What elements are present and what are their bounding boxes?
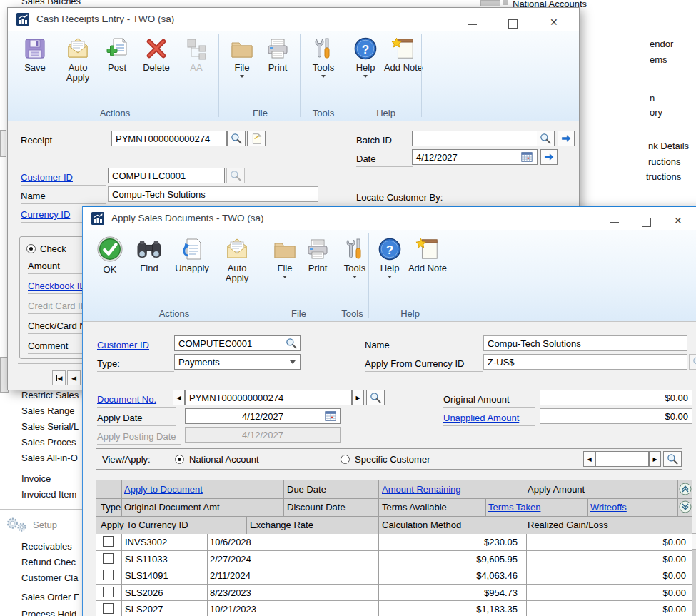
table-row[interactable]: SLS14091 2/11/2024 $4,063.46 $0.00 bbox=[96, 567, 692, 585]
customer-id-link[interactable]: Customer ID bbox=[21, 172, 73, 183]
bg-nav-right-4[interactable]: nk Details bbox=[648, 141, 689, 151]
doc-prev-button[interactable]: ◀ bbox=[173, 390, 185, 405]
bg-nav-right-5[interactable]: ructions bbox=[648, 156, 681, 167]
bg-nav-right-2[interactable]: n bbox=[650, 93, 655, 103]
bg-nav-right-3[interactable]: ory bbox=[650, 107, 662, 118]
apply-title-bar[interactable]: Apply Sales Documents - TWO (sa) ✕ bbox=[83, 207, 696, 230]
bg-setup-0[interactable]: Receivables bbox=[21, 541, 72, 552]
customer-filter-field[interactable] bbox=[595, 451, 649, 467]
file-menu-button[interactable]: File bbox=[224, 36, 260, 78]
auto-apply-button[interactable]: Auto Apply bbox=[58, 36, 98, 83]
doc-lookup-button[interactable] bbox=[366, 390, 385, 405]
add-note-button[interactable]: Add Note bbox=[383, 36, 423, 73]
table-scrollbar[interactable]: ∧ bbox=[692, 533, 696, 616]
row-checkbox[interactable] bbox=[103, 536, 114, 547]
print-button[interactable]: Print bbox=[259, 36, 296, 73]
tools-menu-button[interactable]: Tools bbox=[305, 36, 342, 78]
table-row[interactable]: INVS3002 10/6/2028 $230.05 $0.00 bbox=[96, 534, 692, 551]
specific-customer-radio[interactable] bbox=[341, 455, 350, 464]
customer-id-field[interactable]: COMPUTEC0001 bbox=[108, 168, 225, 183]
apply-to-document-sort-link[interactable]: Apply to Document bbox=[124, 484, 203, 495]
auto-apply-button[interactable]: Auto Apply bbox=[217, 237, 257, 283]
bg-setup-3[interactable]: Sales Order F bbox=[21, 592, 79, 602]
doc-next-button[interactable]: ▶ bbox=[352, 390, 364, 405]
bg-nav-left-1[interactable]: Sales Range bbox=[21, 405, 74, 416]
receipt-lookup-button[interactable] bbox=[227, 131, 246, 146]
maximize-button[interactable] bbox=[508, 19, 518, 29]
date-field[interactable]: 4/12/2027 bbox=[412, 149, 538, 165]
close-button[interactable]: ✕ bbox=[550, 17, 558, 27]
checkbook-id-link[interactable]: Checkbook ID bbox=[28, 281, 86, 291]
apply-date-calendar-button[interactable] bbox=[324, 410, 337, 423]
receipt-note-button[interactable] bbox=[247, 131, 266, 146]
help-menu-button[interactable]: Help bbox=[373, 237, 407, 278]
expand-rows-icon[interactable] bbox=[679, 483, 692, 495]
apply-customer-id-link[interactable]: Customer ID bbox=[97, 340, 149, 350]
row-checkbox[interactable] bbox=[103, 553, 114, 564]
apply-type-dropdown[interactable]: Payments bbox=[174, 354, 301, 370]
specific-customer-radio-row[interactable]: Specific Customer bbox=[341, 454, 430, 465]
minimize-button[interactable] bbox=[468, 24, 477, 25]
unapplied-amount-link[interactable]: Unapplied Amount bbox=[443, 413, 519, 423]
table-row[interactable]: SLS11033 2/27/2024 $9,605.95 $0.00 bbox=[96, 551, 692, 568]
minimize-button[interactable] bbox=[610, 222, 619, 223]
check-radio[interactable] bbox=[26, 244, 36, 253]
maximize-button[interactable] bbox=[642, 218, 651, 227]
file-menu-button[interactable]: File bbox=[267, 237, 303, 278]
table-row[interactable]: SLS2026 8/23/2023 $954.73 $0.00 bbox=[96, 585, 692, 602]
bg-nav-left-3[interactable]: Sales Proces bbox=[21, 437, 76, 448]
bg-nav-left-6[interactable]: Invoiced Item bbox=[21, 489, 76, 500]
bg-nav-right-1[interactable]: ems bbox=[650, 54, 667, 65]
bg-nav-left-5[interactable]: Invoice bbox=[21, 473, 51, 484]
post-button[interactable]: Post bbox=[99, 36, 135, 73]
ok-button[interactable]: OK bbox=[91, 236, 128, 275]
record-first-button[interactable]: ◀ bbox=[52, 370, 66, 385]
apply-date-field[interactable]: 4/12/2027 bbox=[185, 408, 341, 424]
bg-nav-left-0[interactable]: Restrict Sales bbox=[21, 390, 79, 400]
delete-button[interactable]: Delete bbox=[136, 36, 176, 73]
customer-prev-button[interactable]: ◀ bbox=[583, 451, 595, 467]
amount-remaining-sort-link[interactable]: Amount Remaining bbox=[382, 484, 461, 495]
cash-title-bar[interactable]: Cash Receipts Entry - TWO (sa) ✕ bbox=[8, 8, 579, 31]
customer-next-button[interactable]: ▶ bbox=[649, 451, 661, 467]
help-menu-button[interactable]: Help bbox=[348, 36, 383, 78]
bg-scrollbar-fragment-2[interactable] bbox=[503, 0, 508, 5]
bg-nav-sales-batches[interactable]: Sales Batches bbox=[21, 0, 81, 6]
check-radio-row[interactable]: Check bbox=[26, 243, 66, 254]
bg-nav-right-6[interactable]: tructions bbox=[646, 171, 681, 182]
apply-customer-lookup-button[interactable] bbox=[282, 335, 301, 351]
currency-id-link[interactable]: Currency ID bbox=[21, 209, 70, 220]
row-checkbox[interactable] bbox=[103, 587, 114, 597]
row-checkbox[interactable] bbox=[103, 570, 114, 580]
save-button[interactable]: Save bbox=[15, 36, 55, 73]
customer-filter-lookup-button[interactable] bbox=[663, 451, 682, 467]
batch-goto-button[interactable] bbox=[558, 131, 575, 146]
table-row[interactable]: SLS2027 10/21/2023 $1,183.35 $0.00 bbox=[96, 601, 692, 616]
national-account-radio-row[interactable]: National Account bbox=[175, 454, 259, 465]
batch-lookup-button[interactable] bbox=[537, 131, 555, 146]
add-note-button[interactable]: Add Note bbox=[408, 237, 448, 273]
writeoffs-link[interactable]: Writeoffs bbox=[590, 502, 627, 513]
collapse-rows-icon[interactable] bbox=[679, 500, 692, 513]
find-button[interactable]: Find bbox=[131, 238, 167, 273]
apply-customer-id-field[interactable]: COMPUTEC0001 bbox=[174, 335, 283, 351]
bg-nav-right-0[interactable]: endor bbox=[650, 39, 673, 49]
national-account-radio[interactable] bbox=[175, 455, 184, 464]
scroll-up-button[interactable]: ∧ bbox=[692, 534, 696, 550]
date-goto-button[interactable] bbox=[540, 149, 558, 165]
document-no-field[interactable]: PYMNT000000000274 bbox=[185, 390, 352, 405]
bg-nav-left-4[interactable]: Sales All-in-O bbox=[21, 453, 78, 463]
bg-setup-2[interactable]: Customer Cla bbox=[21, 572, 78, 583]
date-calendar-button[interactable] bbox=[520, 151, 533, 163]
batch-id-field[interactable] bbox=[412, 131, 538, 146]
row-checkbox[interactable] bbox=[103, 603, 114, 614]
bg-scrollbar-fragment[interactable] bbox=[480, 0, 500, 6]
close-button[interactable]: ✕ bbox=[674, 216, 682, 226]
bg-nav-left-2[interactable]: Sales Serial/L bbox=[21, 421, 79, 432]
unapply-button[interactable]: Unapply bbox=[170, 237, 214, 273]
bg-setup-4[interactable]: Process Hold bbox=[21, 609, 76, 616]
bg-setup-1[interactable]: Refund Chec bbox=[21, 557, 76, 567]
record-prev-button[interactable]: ◀ bbox=[67, 370, 81, 385]
receipt-field[interactable]: PYMNT000000000274 bbox=[111, 131, 227, 146]
document-no-link[interactable]: Document No. bbox=[97, 394, 156, 405]
